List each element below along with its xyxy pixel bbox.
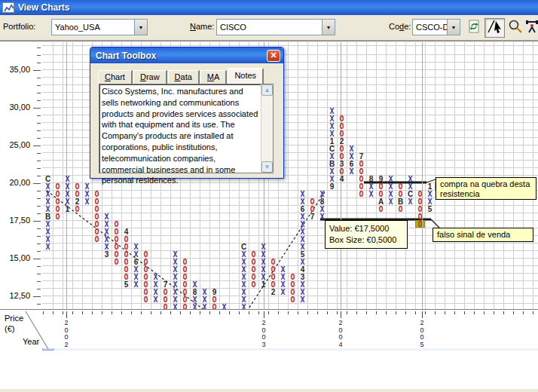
pnf-cell: O (307, 198, 317, 205)
pnf-cell: O (337, 152, 347, 160)
pnf-cell: O (141, 273, 151, 280)
pnf-cell: O (92, 198, 102, 205)
pnf-cell: X (298, 220, 307, 228)
time-minor-tick (474, 311, 475, 314)
dialog-tab-row: ChartDrawDataMANotes (98, 69, 264, 84)
strength-button[interactable] (526, 18, 538, 38)
tab-notes[interactable]: Notes (228, 68, 264, 84)
pnf-cell: X (366, 190, 376, 198)
pnf-cell: X (151, 273, 160, 280)
pnf-month-marker: C (239, 243, 249, 250)
notes-scrollbar[interactable]: ▲ ▼ (261, 84, 273, 173)
pnf-cell: X (366, 182, 376, 190)
scroll-up-icon[interactable]: ▲ (261, 84, 273, 96)
time-minor-tick (425, 311, 426, 314)
pnf-cell: O (112, 235, 121, 243)
pnf-cell: O (288, 273, 298, 280)
pnf-cell: O (268, 258, 278, 265)
price-minor-tick (37, 191, 41, 191)
pnf-cell: O (92, 220, 102, 228)
pnf-cell: X (200, 288, 209, 296)
pnf-cell: X (298, 228, 307, 235)
dialog-title-bar[interactable]: Chart Toolbox ✕ (90, 47, 283, 63)
zoom-button[interactable] (506, 18, 524, 38)
pnf-cell: X (327, 115, 337, 122)
tab-data[interactable]: Data (168, 70, 200, 84)
code-label: Code: (389, 22, 411, 31)
name-combo[interactable]: CISCO ▼ (216, 19, 335, 35)
pnf-cell: O (396, 190, 405, 198)
time-minor-tick (268, 311, 269, 314)
pnf-cell: X (131, 265, 141, 273)
refresh-icon (467, 19, 481, 37)
pnf-cell: O (180, 296, 190, 303)
portfolio-combo[interactable]: Yahoo_USA ▼ (51, 19, 148, 35)
pnf-cell: O (337, 130, 347, 137)
scroll-down-icon[interactable]: ▼ (261, 161, 273, 173)
pnf-cell: X (131, 280, 141, 288)
resistance-callout: compra na quebra desta resistencia (436, 177, 536, 200)
pnf-cell: X (386, 175, 396, 182)
time-minor-tick (239, 311, 240, 314)
pnf-month-marker: 8 (366, 175, 376, 182)
pnf-cell: O (337, 122, 347, 130)
refresh-button[interactable] (464, 18, 483, 38)
pnf-cell: O (112, 250, 121, 258)
pnf-cell: O (141, 250, 151, 258)
price-minor-tick (37, 228, 41, 229)
pnf-cell: X (82, 190, 92, 198)
pnf-cell: O (180, 288, 190, 296)
pnf-month-marker: 5 (298, 250, 307, 258)
time-minor-tick (72, 311, 73, 314)
time-minor-tick (209, 311, 210, 314)
pnf-cell: X (151, 288, 160, 296)
pnf-cell: O (92, 228, 102, 235)
pnf-month-marker: 9 (209, 288, 219, 296)
pnf-cell: O (92, 205, 102, 213)
chevron-down-icon[interactable]: ▼ (447, 20, 460, 35)
tab-chart[interactable]: Chart (98, 70, 133, 84)
code-combo[interactable]: CSCO-D21 ▼ (412, 19, 460, 35)
pnf-month-marker: 1 (327, 137, 337, 145)
tab-ma[interactable]: MA (200, 70, 228, 84)
pnf-cell: O (376, 182, 386, 190)
pnf-month-marker: 9 (327, 182, 337, 190)
pnf-cell: O (112, 228, 121, 235)
pnf-cell: X (317, 190, 327, 198)
pnf-cell: O (112, 243, 121, 250)
title-bar[interactable]: View Charts (0, 0, 538, 15)
pnf-cell: X (43, 198, 53, 205)
pnf-cell: X (258, 243, 268, 250)
pnf-cell: X (63, 190, 72, 198)
close-icon[interactable]: ✕ (267, 50, 280, 62)
price-minor-tick (37, 236, 41, 237)
pnf-cell: X (327, 122, 337, 130)
pnf-cell: X (43, 228, 53, 235)
pnf-cell: O (415, 205, 425, 213)
price-minor-tick (37, 130, 41, 131)
pnf-cell: X (151, 296, 160, 303)
pnf-cell: X (102, 213, 112, 220)
tab-draw[interactable]: Draw (133, 70, 167, 84)
year-label: 2002 (62, 320, 71, 348)
pnf-cell: X (190, 296, 200, 303)
chart-toolbox-dialog[interactable]: Chart Toolbox ✕ ChartDrawDataMANotes Cis… (90, 47, 284, 179)
pnf-month-marker: 5 (121, 280, 131, 288)
pnf-month-marker: C (327, 145, 337, 152)
draw-pointer-button[interactable] (485, 18, 505, 38)
price-minor-tick (37, 63, 41, 63)
pnf-cell: X (239, 250, 249, 258)
pnf-cell: X (327, 152, 337, 160)
chevron-down-icon[interactable]: ▼ (134, 20, 147, 35)
pnf-cell: O (112, 258, 121, 265)
chevron-down-icon[interactable]: ▼ (322, 20, 335, 35)
pnf-cell: X (102, 243, 112, 250)
pnf-cell: O (337, 115, 347, 122)
pnf-month-marker: 3 (102, 250, 112, 258)
pnf-cell: X (239, 258, 249, 265)
pnf-cell: X (151, 280, 160, 288)
time-minor-tick (445, 311, 445, 314)
notes-text: Cisco Systems, Inc. manufactures and sel… (99, 84, 261, 173)
pnf-month-marker: 7 (160, 280, 170, 288)
time-minor-tick (337, 311, 338, 314)
